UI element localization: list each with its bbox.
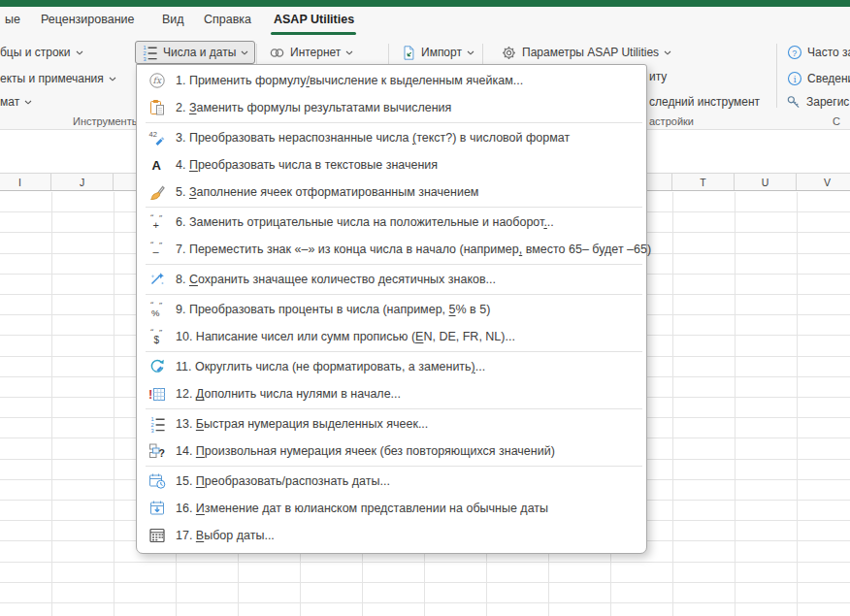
menu-item-label: 9. Преобразовать проценты в числа (напри… bbox=[176, 303, 490, 316]
tab-1[interactable]: Рецензирование bbox=[41, 7, 135, 32]
menu-separator bbox=[146, 466, 642, 467]
svg-text:–: – bbox=[153, 245, 160, 257]
asap-options-button[interactable]: Параметры ASAP Utilities bbox=[494, 41, 678, 64]
menu-item-11[interactable]: 11. Округлить числа (не форматировать, а… bbox=[137, 353, 646, 380]
column-header-I[interactable]: I bbox=[0, 174, 51, 190]
excel-window: ыеРецензированиеВидСправкаASAP Utilities… bbox=[0, 0, 850, 616]
menu-item-label: 11. Округлить числа (не форматировать, а… bbox=[176, 360, 485, 373]
numbers-dates-label: Числа и даты bbox=[163, 46, 236, 59]
column-header-U[interactable]: U bbox=[735, 174, 797, 190]
objects-comments-button[interactable]: екты и примечания bbox=[0, 71, 116, 86]
number-to-text-icon: A bbox=[147, 155, 167, 175]
tab-2[interactable]: Вид bbox=[162, 7, 184, 32]
menu-item-2[interactable]: 2. Заменить формулы результатами вычисле… bbox=[137, 94, 646, 121]
menu-item-5[interactable]: 5. Заполнение ячеек отформатированным зн… bbox=[137, 178, 646, 206]
svg-text:A: A bbox=[152, 158, 162, 173]
columns-rows-label: бцы и строки bbox=[0, 46, 71, 59]
link-icon bbox=[269, 45, 285, 61]
chevron-down-icon bbox=[241, 50, 248, 55]
menu-item-7[interactable]: “”–7. Переместить знак «–» из конца числ… bbox=[137, 236, 646, 263]
quotes-minus-icon: “”– bbox=[147, 240, 167, 259]
import-label: Импорт bbox=[421, 46, 462, 59]
numbered-list-icon: 123 bbox=[142, 45, 158, 61]
tab-3[interactable]: Справка bbox=[204, 7, 251, 32]
menu-item-3[interactable]: 423. Преобразовать нераспознанные числа … bbox=[137, 124, 646, 151]
menu-item-label: 8. Сохранить значащее количество десятич… bbox=[176, 273, 496, 286]
column-header-J[interactable]: J bbox=[51, 174, 114, 190]
quotes-dollar-icon: “”$ bbox=[147, 327, 167, 346]
menu-item-label: 12. Дополнить числа нулями в начале... bbox=[176, 387, 401, 401]
calendar-arrow-icon bbox=[147, 499, 167, 518]
svg-text:”: ” bbox=[159, 328, 163, 337]
formula-icon: fx bbox=[147, 71, 167, 90]
menu-item-6[interactable]: “”+6. Заменить отрицательные числа на по… bbox=[137, 209, 646, 236]
column-header-V[interactable]: V bbox=[797, 174, 850, 190]
menu-item-label: 6. Заменить отрицательные числа на полож… bbox=[176, 215, 554, 229]
menu-item-16[interactable]: 16. Изменение дат в юлианском представле… bbox=[137, 495, 646, 522]
info-circle-icon: i bbox=[787, 71, 802, 86]
internet-button[interactable]: Интернет bbox=[262, 41, 360, 64]
svg-text:?: ? bbox=[792, 49, 797, 58]
round-icon bbox=[147, 357, 167, 376]
asap-options-label: Параметры ASAP Utilities bbox=[522, 46, 659, 59]
info-button[interactable]: i Сведени bbox=[787, 71, 850, 86]
menu-separator bbox=[146, 294, 642, 295]
register-button[interactable]: Зарегис bbox=[786, 94, 849, 110]
column-header-T[interactable]: T bbox=[672, 174, 735, 190]
menu-item-8[interactable]: 8. Сохранить значащее количество десятич… bbox=[137, 266, 646, 293]
svg-text:3: 3 bbox=[150, 427, 153, 432]
faq-button[interactable]: ? Часто за bbox=[787, 45, 850, 60]
svg-text:”: ” bbox=[159, 213, 163, 222]
menu-item-14[interactable]: ?14. Произвольная нумерация ячеек (без п… bbox=[137, 438, 646, 465]
tab-0[interactable]: ые bbox=[5, 7, 20, 32]
menu-item-10[interactable]: “”$10. Написание чисел или сумм прописью… bbox=[137, 323, 646, 350]
menu-item-label: 2. Заменить формулы результатами вычисле… bbox=[176, 101, 451, 114]
menu-item-17[interactable]: 17. Выбор даты... bbox=[137, 522, 646, 549]
menu-item-9[interactable]: “”%9. Преобразовать проценты в числа (на… bbox=[137, 296, 646, 323]
gear-icon bbox=[501, 45, 517, 61]
numbers-dates-button[interactable]: 123 Числа и даты bbox=[135, 41, 255, 64]
svg-text:?: ? bbox=[159, 447, 165, 459]
menu-item-4[interactable]: A4. Преобразовать числа в текстовые знач… bbox=[137, 151, 646, 178]
menu-item-12[interactable]: !12. Дополнить числа нулями в начале... bbox=[137, 380, 646, 407]
text-to-number-icon: 42 bbox=[147, 128, 167, 147]
sparkle-icon bbox=[147, 270, 167, 289]
menu-item-label: 16. Изменение дат в юлианском представле… bbox=[176, 502, 548, 515]
menu-separator bbox=[146, 408, 642, 409]
chevron-down-icon bbox=[109, 77, 116, 81]
find-utility-button-partial[interactable]: иту bbox=[649, 69, 667, 84]
menu-separator bbox=[146, 122, 642, 123]
columns-rows-button[interactable]: бцы и строки bbox=[0, 45, 83, 60]
chevron-down-icon bbox=[664, 50, 671, 55]
menu-item-1[interactable]: fx1. Применить формулу/вычисление к выде… bbox=[137, 67, 646, 94]
menu-item-label: 7. Переместить знак «–» из конца числа в… bbox=[176, 243, 651, 256]
tab-asap-utilities[interactable]: ASAP Utilities bbox=[274, 7, 354, 32]
format-label: мат bbox=[0, 95, 19, 109]
random-number-icon: ? bbox=[147, 441, 167, 461]
svg-text:42: 42 bbox=[149, 130, 157, 139]
question-circle-icon: ? bbox=[787, 45, 802, 60]
chevron-down-icon bbox=[467, 50, 474, 55]
svg-text:”: ” bbox=[159, 241, 163, 249]
menu-item-15[interactable]: 15. Преобразовать/распознать даты... bbox=[137, 468, 646, 495]
import-button[interactable]: Импорт bbox=[394, 41, 481, 64]
key-icon bbox=[786, 94, 801, 110]
svg-text:!: ! bbox=[148, 387, 152, 402]
internet-label: Интернет bbox=[290, 46, 341, 59]
info-label: Сведени bbox=[807, 72, 850, 85]
quotes-percent-icon: “”% bbox=[147, 300, 167, 319]
menu-separator bbox=[146, 351, 642, 352]
menu-item-label: 13. Быстрая нумерация выделенных ячеек..… bbox=[176, 417, 428, 431]
ribbon-tab-row: ыеРецензированиеВидСправкаASAP Utilities bbox=[0, 7, 850, 35]
chevron-down-icon bbox=[76, 50, 83, 55]
menu-item-label: 15. Преобразовать/распознать даты... bbox=[176, 474, 390, 488]
numbered-list-icon: 123 bbox=[147, 414, 167, 434]
format-button[interactable]: мат bbox=[0, 94, 32, 110]
titlebar-strip bbox=[0, 0, 850, 7]
objects-comments-label: екты и примечания bbox=[0, 72, 104, 85]
paste-values-icon bbox=[147, 98, 167, 117]
menu-item-13[interactable]: 12313. Быстрая нумерация выделенных ячее… bbox=[137, 410, 646, 438]
register-label: Зарегис bbox=[806, 95, 849, 109]
repeat-last-tool-button-partial[interactable]: следний инструмент bbox=[649, 94, 760, 110]
menu-item-label: 17. Выбор даты... bbox=[176, 529, 275, 542]
